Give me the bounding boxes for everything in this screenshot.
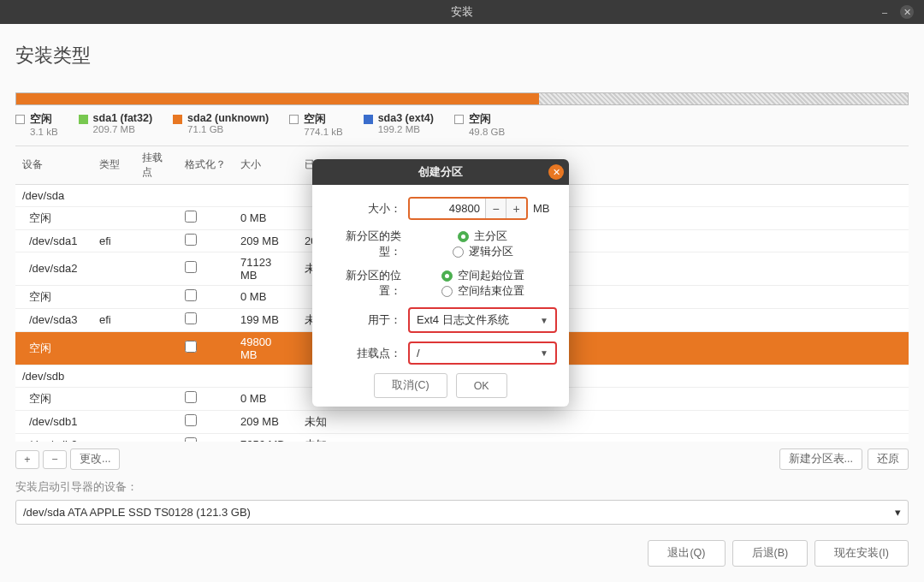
legend-label: sda2 (unknown): [187, 112, 269, 124]
bootloader-select[interactable]: /dev/sda ATA APPLE SSD TS0128 (121.3 GB)…: [15, 500, 909, 525]
legend-swatch: [454, 115, 464, 124]
legend-item: 空闲49.8 GB: [454, 112, 505, 137]
remove-button[interactable]: −: [43, 450, 67, 469]
legend-item: sda2 (unknown)71.1 GB: [173, 112, 269, 137]
size-spinner: − +: [408, 197, 528, 220]
col-type: 类型: [92, 146, 135, 185]
mount-label: 挂载点：: [324, 346, 401, 361]
page-title: 安装类型: [15, 43, 909, 68]
format-checkbox[interactable]: [185, 211, 197, 223]
new-partition-table-button[interactable]: 新建分区表...: [779, 448, 862, 470]
chevron-down-icon: ▼: [540, 316, 548, 325]
legend-size: 199.2 MB: [378, 124, 434, 134]
legend-swatch: [364, 115, 373, 124]
col-device: 设备: [15, 146, 92, 185]
format-checkbox[interactable]: [185, 261, 197, 273]
ok-button[interactable]: OK: [456, 373, 507, 398]
legend-swatch: [15, 115, 25, 124]
window-title: 安装: [0, 4, 924, 20]
minimize-icon[interactable]: –: [878, 5, 891, 19]
legend-label: 空闲: [469, 112, 505, 127]
format-checkbox[interactable]: [185, 289, 197, 301]
change-button[interactable]: 更改...: [70, 448, 120, 470]
ploc-begin-radio[interactable]: 空间起始位置: [441, 268, 524, 283]
ptype-primary-radio[interactable]: 主分区: [458, 229, 507, 244]
dialog-close-icon[interactable]: ✕: [548, 164, 564, 180]
create-partition-dialog: 创建分区 ✕ 大小： − + MB 新分区的类型： 主分区 逻辑分区 新分区的位…: [312, 159, 569, 407]
revert-button[interactable]: 还原: [868, 448, 909, 470]
col-size: 大小: [234, 146, 298, 185]
legend-item: sda3 (ext4)199.2 MB: [364, 112, 434, 137]
legend-size: 209.7 MB: [93, 124, 152, 134]
use-combo[interactable]: Ext4 日志文件系统 ▼: [408, 307, 557, 333]
close-icon[interactable]: ✕: [900, 5, 914, 19]
use-label: 用于：: [324, 312, 401, 328]
legend-item: sda1 (fat32)209.7 MB: [79, 112, 152, 137]
col-mount: 挂载点: [135, 146, 178, 185]
legend-size: 774.1 kB: [304, 127, 342, 137]
back-button[interactable]: 后退(B): [732, 540, 808, 567]
cancel-button[interactable]: 取消(C): [374, 373, 447, 398]
bootloader-value: /dev/sda ATA APPLE SSD TS0128 (121.3 GB): [23, 506, 251, 519]
ptype-logical-radio[interactable]: 逻辑分区: [453, 244, 513, 259]
ploc-end-radio[interactable]: 空间结束位置: [441, 283, 524, 299]
legend-label: sda3 (ext4): [378, 112, 434, 124]
ptype-label: 新分区的类型：: [324, 229, 401, 259]
format-checkbox[interactable]: [185, 341, 197, 353]
format-checkbox[interactable]: [185, 391, 197, 403]
add-button[interactable]: +: [15, 450, 39, 469]
footer: 退出(Q) 后退(B) 现在安装(I): [15, 525, 909, 582]
titlebar: 安装 – ✕: [0, 0, 924, 24]
size-increment[interactable]: +: [506, 199, 526, 218]
dialog-title: 创建分区: [418, 164, 463, 180]
legend-size: 49.8 GB: [469, 127, 505, 137]
col-format: 格式化？: [178, 146, 234, 185]
legend-swatch: [289, 115, 299, 124]
legend: 空闲3.1 kBsda1 (fat32)209.7 MBsda2 (unknow…: [15, 112, 909, 137]
disk-seg-sda2: [16, 93, 539, 104]
size-label: 大小：: [324, 201, 401, 217]
size-unit: MB: [533, 202, 550, 215]
mount-combo[interactable]: / ▼: [408, 341, 557, 365]
legend-item: 空闲774.1 kB: [289, 112, 342, 137]
table-row[interactable]: /dev/sdb27656 MB未知: [15, 433, 909, 442]
size-input[interactable]: [410, 199, 485, 218]
format-checkbox[interactable]: [185, 414, 197, 426]
chevron-down-icon: ▼: [540, 348, 548, 358]
format-checkbox[interactable]: [185, 234, 197, 246]
size-decrement[interactable]: −: [485, 199, 506, 218]
legend-size: 71.1 GB: [187, 124, 269, 134]
legend-label: 空闲: [30, 112, 58, 127]
format-checkbox[interactable]: [185, 312, 197, 324]
disk-usage-bar: [15, 92, 909, 105]
toolbar: + − 更改... 新建分区表... 还原: [15, 442, 909, 477]
legend-label: 空闲: [304, 112, 342, 127]
legend-item: 空闲3.1 kB: [15, 112, 58, 137]
legend-label: sda1 (fat32): [93, 112, 152, 124]
install-button[interactable]: 现在安装(I): [814, 540, 909, 567]
chevron-down-icon: ▾: [895, 506, 901, 519]
quit-button[interactable]: 退出(Q): [648, 540, 725, 567]
ploc-label: 新分区的位置：: [324, 268, 401, 299]
legend-size: 3.1 kB: [30, 127, 58, 137]
legend-swatch: [79, 115, 88, 124]
dialog-titlebar: 创建分区 ✕: [312, 159, 569, 185]
table-row[interactable]: /dev/sdb1209 MB未知: [15, 410, 909, 433]
bootloader-label: 安装启动引导器的设备：: [15, 480, 909, 495]
legend-swatch: [173, 115, 182, 124]
disk-seg-free: [539, 93, 908, 104]
